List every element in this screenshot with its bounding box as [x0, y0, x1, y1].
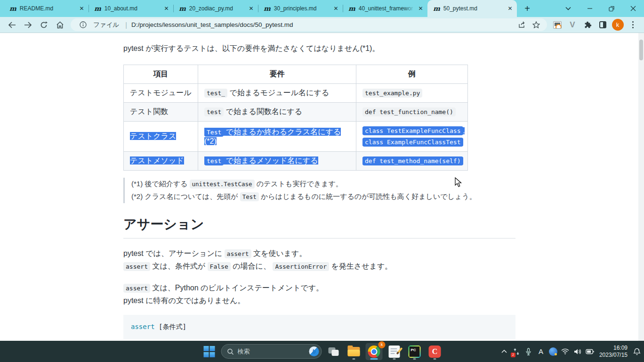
cell-item: テスト関数: [124, 103, 198, 122]
windows-taskbar: 検索 b k PC: [0, 341, 644, 362]
browser-window: m README.md ✕ m 10_about.md ✕ m 20_zodia…: [0, 0, 644, 362]
markdown-file-icon: m: [179, 5, 186, 12]
paragraph-builtin: assert 文は、Python のビルトインステートメントです。 pytest…: [123, 282, 515, 307]
browser-toolbar: ファイル | D:/projects/lessons/unit_test_sam…: [0, 17, 644, 33]
section-heading-assertion: アサーション: [123, 215, 515, 239]
reload-icon[interactable]: [36, 18, 52, 32]
windows-logo-icon: [204, 346, 215, 357]
forward-icon[interactable]: [20, 18, 36, 32]
table-row-selected: テストメソッド test で始まるメソッド名にする def test_metho…: [124, 152, 468, 171]
extensions-puzzle-icon[interactable]: [580, 18, 595, 32]
tab-30-principles[interactable]: m 30_principles.md ✕: [258, 0, 343, 17]
new-tab-button[interactable]: +: [521, 2, 534, 15]
vertical-scrollbar[interactable]: [638, 33, 644, 341]
tab-label: 50_pytest.md: [443, 5, 504, 12]
scrollbar-thumb[interactable]: [639, 40, 643, 60]
notepad-icon: [389, 346, 400, 358]
task-view-button[interactable]: [325, 343, 342, 360]
tab-readme[interactable]: m README.md ✕: [4, 0, 89, 17]
screenshot-extension-icon[interactable]: [550, 18, 565, 32]
cell-example: def test_method_name(self): [356, 152, 468, 171]
minimize-button[interactable]: [579, 0, 601, 17]
selected-text: Test で始まるか終わるクラス名にする(*2): [204, 128, 341, 145]
wifi-icon[interactable]: [561, 345, 570, 358]
system-tray: 2 A: [500, 341, 641, 362]
markdown-file-icon: m: [348, 5, 355, 12]
taskbar-clock[interactable]: 16:09 2023/07/15: [599, 345, 628, 359]
tab-close-icon[interactable]: ✕: [78, 5, 86, 13]
camtasia-button[interactable]: C: [427, 343, 443, 360]
markdown-file-icon: m: [433, 5, 440, 12]
share-icon[interactable]: [515, 19, 529, 31]
pycharm-button[interactable]: PC: [406, 343, 423, 360]
tab-10-about[interactable]: m 10_about.md ✕: [89, 0, 173, 17]
taskbar-center-icons: 検索 b k PC: [201, 343, 443, 360]
address-scheme-label: ファイル: [93, 21, 119, 29]
home-icon[interactable]: [52, 18, 68, 32]
markdown-file-icon: m: [264, 5, 271, 12]
battery-icon[interactable]: [586, 345, 594, 358]
tab-strip: m README.md ✕ m 10_about.md ✕ m 20_zodia…: [0, 0, 644, 17]
page-content: pytest が実行するテストは、以下の要件を満たさなくてはなりません(*1)。…: [0, 33, 644, 341]
cell-example: test_example.py: [356, 84, 468, 103]
ime-mode-indicator[interactable]: A: [537, 345, 545, 358]
taskbar-search[interactable]: 検索 b: [221, 344, 322, 359]
chrome-button[interactable]: k: [366, 343, 383, 360]
folder-icon: [348, 347, 360, 356]
tab-close-icon[interactable]: ✕: [332, 5, 340, 13]
table-row-selected: テストクラス Test で始まるか終わるクラス名にする(*2) class Te…: [124, 122, 468, 152]
tab-label: 10_about.md: [105, 5, 161, 12]
mouse-cursor: [455, 177, 464, 189]
tab-20-zodiac[interactable]: m 20_zodiac_py.md ✕: [173, 0, 258, 17]
start-button[interactable]: [201, 343, 218, 360]
tab-search-chevron-icon[interactable]: [557, 0, 579, 17]
selected-text: def test_method_name(self): [362, 157, 463, 165]
volume-icon[interactable]: [573, 345, 582, 358]
task-view-icon: [329, 347, 339, 356]
table-row: テストモジュール test_ で始まるモジュール名にする test_exampl…: [124, 84, 468, 103]
notifications-bell-icon[interactable]: z: [633, 345, 641, 358]
restore-button[interactable]: [601, 0, 622, 17]
tab-40-unittest-framework[interactable]: m 40_unittest_framewor ✕: [343, 0, 427, 17]
cell-requirement: test で始まる関数名にする: [198, 103, 356, 122]
column-header-item: 項目: [124, 65, 198, 84]
bing-icon[interactable]: b: [309, 346, 319, 356]
cell-item: テストメソッド: [124, 152, 198, 171]
profile-avatar[interactable]: k: [610, 18, 625, 32]
browser-menu-kebab-icon[interactable]: [625, 18, 640, 32]
side-panel-icon[interactable]: [595, 18, 610, 32]
search-icon: [227, 348, 234, 355]
pytest-requirements-table: 項目 要件 例 テストモジュール test_ で始まるモジュール名にする tes…: [123, 65, 468, 171]
table-header-row: 項目 要件 例: [124, 65, 468, 84]
cell-requirement: Test で始まるか終わるクラス名にする(*2): [198, 122, 356, 152]
clock-date: 2023/07/15: [599, 352, 628, 359]
tab-close-icon[interactable]: ✕: [417, 5, 425, 13]
cell-requirement: test で始まるメソッド名にする: [198, 152, 356, 171]
weather-app-icon[interactable]: [549, 345, 557, 358]
updates-tray-icon[interactable]: 2: [512, 345, 521, 358]
page-info-icon[interactable]: [76, 19, 90, 31]
code-keyword: assert: [131, 323, 155, 330]
tab-close-icon[interactable]: ✕: [506, 5, 514, 13]
selected-text: class TestExampleFuncClass,: [362, 127, 465, 134]
markdown-file-icon: m: [9, 5, 16, 12]
bookmark-star-icon[interactable]: [529, 19, 543, 31]
table-row: テスト関数 test で始まる関数名にする def test_function_…: [124, 103, 468, 122]
tab-50-pytest-active[interactable]: m 50_pytest.md ✕: [427, 0, 517, 17]
vue-devtools-icon[interactable]: V: [565, 18, 580, 32]
address-url[interactable]: D:/projects/lessons/unit_test_samples/do…: [131, 21, 515, 28]
column-header-requirement: 要件: [198, 65, 356, 84]
close-window-button[interactable]: [622, 0, 644, 17]
hidden-icons-chevron[interactable]: [500, 345, 508, 358]
microphone-icon[interactable]: [524, 345, 533, 358]
address-bar[interactable]: ファイル | D:/projects/lessons/unit_test_sam…: [71, 18, 547, 31]
camtasia-icon: C: [429, 346, 441, 358]
back-icon[interactable]: [4, 18, 20, 32]
tab-close-icon[interactable]: ✕: [162, 5, 170, 13]
intro-paragraph: pytest が実行するテストは、以下の要件を満たさなくてはなりません(*1)。: [123, 42, 515, 55]
chrome-icon: [368, 346, 380, 358]
file-explorer-button[interactable]: [346, 343, 362, 360]
tab-close-icon[interactable]: ✕: [247, 5, 255, 13]
notepad-button[interactable]: [386, 343, 403, 360]
cell-item: テストモジュール: [124, 84, 198, 103]
